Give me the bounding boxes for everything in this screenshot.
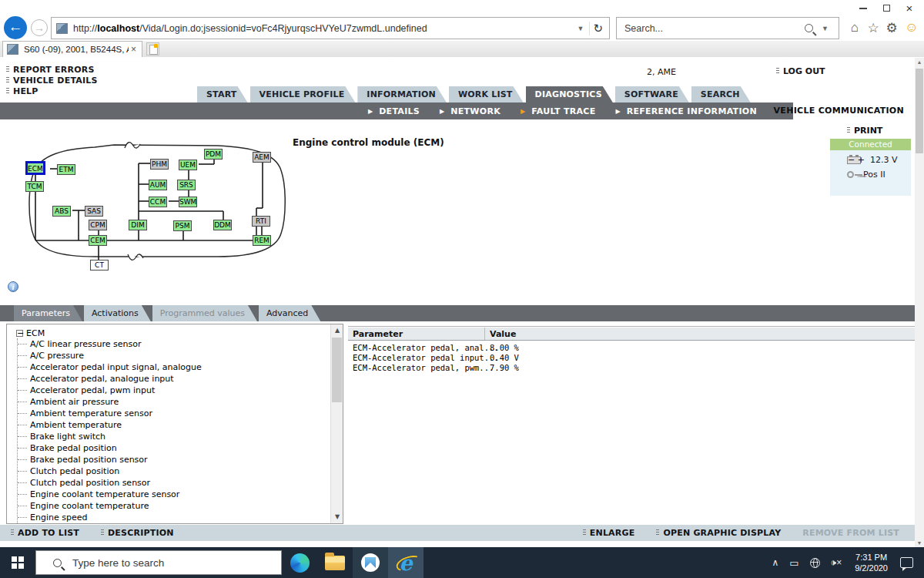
address-bar[interactable]: http://localhost/Vida/Login.do;jsessioni…: [51, 17, 610, 39]
module-rti[interactable]: RTI: [252, 216, 270, 227]
tree-item[interactable]: Engine coolant temperature sensor: [18, 489, 343, 500]
tree-item[interactable]: A/C linear pressure sensor: [18, 338, 343, 350]
module-srs[interactable]: SRS: [177, 180, 196, 190]
module-abs[interactable]: ABS: [52, 206, 71, 217]
panel-tab-activations[interactable]: Activations: [84, 305, 151, 321]
column-header-parameter[interactable]: Parameter: [348, 328, 485, 340]
scroll-down-icon[interactable]: ▼: [331, 511, 343, 523]
module-cem[interactable]: CEM: [89, 235, 107, 246]
taskbar-clock[interactable]: 7:31 PM 9/2/2020: [855, 552, 888, 573]
module-tcm[interactable]: TCM: [25, 181, 44, 192]
tree-scrollbar[interactable]: ▲ ▼: [330, 324, 343, 523]
tree-item[interactable]: Engine speed: [18, 512, 343, 523]
search-icon[interactable]: [805, 24, 813, 32]
module-psm[interactable]: PSM: [173, 220, 192, 231]
back-icon[interactable]: ←: [4, 16, 27, 39]
internet-explorer-taskbar-icon[interactable]: e: [388, 547, 424, 578]
tab-information[interactable]: INFORMATION: [357, 86, 447, 102]
tree-scrollbar-thumb[interactable]: [332, 338, 342, 402]
scroll-up-icon[interactable]: ▲: [331, 324, 343, 337]
tree-item[interactable]: Ambient temperature sensor: [18, 408, 343, 419]
tab-work-list[interactable]: WORK LIST: [449, 86, 524, 102]
module-ccm[interactable]: CCM: [149, 197, 167, 207]
browser-search-box[interactable]: Search... ▼: [616, 17, 839, 39]
display-icon[interactable]: ▭: [789, 557, 798, 569]
module-swm[interactable]: SWM: [179, 197, 197, 207]
tree-item[interactable]: Engine coolant temperature: [18, 500, 343, 512]
table-row[interactable]: ECM-Accelerator pedal, anal...8.00 %: [348, 343, 915, 353]
tree-item[interactable]: A/C pressure: [18, 350, 343, 361]
tree-item[interactable]: Brake pedal position sensor: [18, 454, 343, 465]
column-header-value[interactable]: Value: [485, 328, 516, 340]
tree-item[interactable]: Clutch pedal position sensor: [18, 477, 343, 489]
subnav-item-fault-trace[interactable]: ▶FAULT TRACE: [521, 106, 595, 116]
tree-item[interactable]: Accelerator pedal, pwm input: [18, 385, 343, 396]
quick-link-help[interactable]: HELP: [6, 86, 98, 96]
module-rem[interactable]: REM: [253, 235, 271, 246]
tree-item[interactable]: Brake pedal position: [18, 442, 343, 454]
info-icon[interactable]: i: [8, 281, 18, 292]
feedback-smiley-icon[interactable]: ☺: [902, 20, 921, 35]
tree-item[interactable]: Brake light switch: [18, 431, 343, 442]
tree-item[interactable]: Clutch pedal position: [18, 465, 343, 477]
module-ddm[interactable]: DDM: [213, 220, 232, 230]
start-button[interactable]: [0, 547, 35, 578]
module-ct[interactable]: CT: [90, 260, 109, 271]
action-center-icon[interactable]: [900, 557, 913, 568]
scroll-down-icon[interactable]: ▼: [915, 540, 924, 546]
enlarge-button[interactable]: ENLARGE: [583, 528, 635, 538]
tree-root-ecm[interactable]: ECM: [13, 328, 343, 338]
module-phm[interactable]: PHM: [150, 159, 169, 170]
quick-link-vehicle-details[interactable]: VEHICLE DETAILS: [6, 76, 98, 86]
scroll-up-icon[interactable]: ▲: [915, 59, 924, 65]
network-globe-icon[interactable]: [810, 558, 820, 568]
minimize-button[interactable]: [852, 2, 875, 15]
module-uem[interactable]: UEM: [179, 160, 197, 170]
new-tab-button[interactable]: [146, 42, 159, 55]
forward-icon[interactable]: →: [31, 19, 48, 36]
tree-item[interactable]: Accelerator pedal input signal, analogue: [18, 361, 343, 373]
add-to-list-button[interactable]: ADD TO LIST: [11, 528, 79, 538]
tab-start[interactable]: START: [197, 86, 248, 102]
table-row[interactable]: ECM-Accelerator pedal input...0.40 V: [348, 353, 915, 363]
tree-item[interactable]: Accelerator pedal, analogue input: [18, 373, 343, 385]
module-aum[interactable]: AUM: [149, 180, 167, 190]
search-dropdown-icon[interactable]: ▼: [816, 25, 834, 32]
settings-gear-icon[interactable]: ⚙: [882, 20, 901, 36]
tab-search[interactable]: SEARCH: [691, 86, 751, 102]
favorites-star-icon[interactable]: ☆: [864, 20, 882, 36]
hidden-icons-chevron[interactable]: ∧: [772, 557, 779, 568]
browser-scrollbar-thumb[interactable]: [916, 69, 923, 153]
close-button[interactable]: ×: [898, 2, 921, 15]
print-button[interactable]: PRINT: [847, 126, 882, 136]
tab-close-icon[interactable]: ×: [129, 44, 139, 55]
module-sas[interactable]: SAS: [85, 206, 103, 217]
subnav-item-network[interactable]: ▶NETWORK: [440, 106, 500, 116]
tab-software[interactable]: SOFTWARE: [615, 86, 689, 102]
module-aem[interactable]: AEM: [253, 152, 271, 163]
module-dim[interactable]: DIM: [129, 220, 147, 230]
table-row[interactable]: ECM-Accelerator pedal, pwm...7.90 %: [348, 363, 915, 373]
open-graphic-display-button[interactable]: OPEN GRAPHIC DISPLAY: [656, 528, 781, 538]
panel-tab-advanced[interactable]: Advanced: [259, 305, 320, 321]
module-etm[interactable]: ETM: [57, 164, 75, 175]
tree-item[interactable]: Ambient air pressure: [18, 396, 343, 408]
search-placeholder[interactable]: Search...: [624, 23, 805, 34]
module-cpm[interactable]: CPM: [89, 220, 107, 230]
tree-item[interactable]: Ambient temperature: [18, 419, 343, 431]
volume-muted-icon[interactable]: 🕩×: [831, 557, 842, 568]
description-button[interactable]: DESCRIPTION: [101, 528, 174, 538]
maximize-button[interactable]: [875, 2, 898, 15]
photos-taskbar-icon[interactable]: [353, 547, 388, 578]
home-icon[interactable]: ⌂: [845, 20, 864, 35]
logout-button[interactable]: LOG OUT: [776, 66, 825, 76]
edge-taskbar-icon[interactable]: [282, 547, 317, 578]
url-dropdown-icon[interactable]: ▼: [572, 25, 590, 32]
subnav-item-reference-information[interactable]: ▶REFERENCE INFORMATION: [615, 106, 756, 116]
browser-scrollbar[interactable]: ▲ ▼: [915, 58, 924, 547]
module-ecm[interactable]: ECM: [25, 161, 45, 175]
url-text[interactable]: http://localhost/Vida/Login.do;jsessioni…: [73, 23, 572, 34]
subnav-item-details[interactable]: ▶DETAILS: [368, 106, 420, 116]
module-pdm[interactable]: PDM: [204, 149, 223, 160]
panel-tab-parameters[interactable]: Parameters: [14, 305, 82, 321]
